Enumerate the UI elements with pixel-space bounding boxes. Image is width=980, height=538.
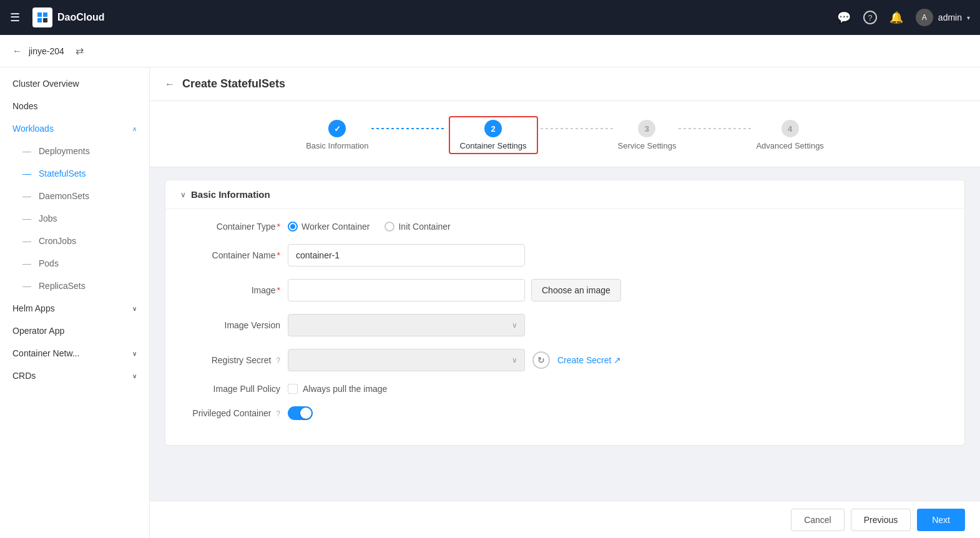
chat-icon[interactable]: 💬 bbox=[837, 11, 851, 24]
sidebar-item-replicasets[interactable]: — ReplicaSets bbox=[0, 275, 149, 297]
registry-secret-select[interactable] bbox=[288, 349, 525, 371]
create-secret-link[interactable]: Create Secret ↗ bbox=[557, 355, 621, 365]
container-name-row: Container Name* bbox=[180, 244, 949, 267]
dash-icon: — bbox=[22, 146, 31, 156]
sidebar-item-crds[interactable]: CRDs ∨ bbox=[0, 364, 149, 387]
app-name: DaoCloud bbox=[57, 12, 105, 23]
dash-icon: — bbox=[22, 169, 31, 179]
radio-init[interactable]: Init Container bbox=[385, 222, 450, 232]
privileged-container-help-icon[interactable]: ? bbox=[276, 409, 280, 418]
image-input[interactable] bbox=[288, 279, 525, 301]
step-connector-3-4 bbox=[679, 128, 753, 129]
registry-secret-help-icon[interactable]: ? bbox=[276, 356, 280, 365]
sidebar-label-replicasets: ReplicaSets bbox=[39, 281, 86, 291]
sidebar-item-pods[interactable]: — Pods bbox=[0, 252, 149, 275]
image-pull-policy-row: Image Pull Policy Always pull the image bbox=[180, 384, 949, 394]
svg-rect-0 bbox=[37, 12, 42, 17]
toggle-thumb bbox=[300, 408, 311, 419]
page-back-button[interactable]: ← bbox=[165, 79, 175, 90]
form-card-header[interactable]: ∨ Basic Information bbox=[165, 180, 964, 209]
notification-icon[interactable]: 🔔 bbox=[889, 11, 903, 24]
next-button[interactable]: Next bbox=[917, 509, 965, 531]
step-2-box[interactable]: 2 Container Settings bbox=[449, 116, 538, 154]
step-4[interactable]: 4 Advanced Settings bbox=[756, 120, 823, 150]
step-2-label: Container Settings bbox=[460, 141, 527, 150]
sidebar-item-jobs[interactable]: — Jobs bbox=[0, 207, 149, 230]
registry-secret-row: Registry Secret ? ↻ Create Secre bbox=[180, 349, 949, 371]
privileged-container-toggle[interactable] bbox=[288, 406, 313, 420]
radio-init-outer bbox=[385, 222, 394, 232]
privileged-container-label: Privileged Container ? bbox=[180, 408, 280, 418]
dash-icon: — bbox=[22, 281, 31, 291]
radio-worker-label: Worker Container bbox=[301, 222, 370, 232]
sidebar-item-container-netw[interactable]: Container Netw... ∨ bbox=[0, 342, 149, 364]
radio-worker[interactable]: Worker Container bbox=[288, 222, 370, 232]
sidebar-item-cluster-overview[interactable]: Cluster Overview bbox=[0, 72, 149, 95]
chevron-up-icon: ∧ bbox=[132, 125, 137, 132]
sidebar-item-daemonsets[interactable]: — DaemonSets bbox=[0, 185, 149, 207]
sidebar: Cluster Overview Nodes Workloads ∧ — Dep… bbox=[0, 67, 150, 538]
form-card-body: Container Type* Worker Container bbox=[165, 209, 964, 445]
image-version-row: Image Version bbox=[180, 314, 949, 336]
hamburger-menu[interactable]: ☰ bbox=[10, 11, 20, 24]
sidebar-label-workloads: Workloads bbox=[12, 124, 54, 134]
navbar-icons: 💬 ? 🔔 A admin ▾ bbox=[837, 9, 970, 26]
sidebar-item-workloads[interactable]: Workloads ∧ bbox=[0, 117, 149, 140]
cancel-button[interactable]: Cancel bbox=[791, 509, 845, 531]
page-title: Create StatefulSets bbox=[182, 77, 285, 90]
container-name-input[interactable] bbox=[288, 244, 525, 267]
user-menu[interactable]: A admin ▾ bbox=[916, 9, 970, 26]
avatar: A bbox=[916, 9, 933, 26]
sidebar-item-statefulsets[interactable]: — StatefulSets bbox=[0, 162, 149, 185]
container-name-label: Container Name* bbox=[180, 250, 280, 260]
svg-rect-1 bbox=[43, 12, 47, 17]
image-pull-policy-label: Image Pull Policy bbox=[180, 384, 280, 394]
steps: ✓ Basic Information 2 Container Settings… bbox=[306, 116, 824, 154]
choose-image-button[interactable]: Choose an image bbox=[531, 279, 621, 301]
container-type-radio-group: Worker Container Init Container bbox=[288, 222, 451, 232]
step-1[interactable]: ✓ Basic Information bbox=[306, 120, 368, 150]
privileged-container-row: Privileged Container ? bbox=[180, 406, 949, 420]
radio-worker-outer bbox=[288, 222, 298, 232]
sidebar-item-deployments[interactable]: — Deployments bbox=[0, 140, 149, 162]
sub-header: ← jinye-204 ⇄ bbox=[0, 35, 980, 67]
image-label: Image* bbox=[180, 285, 280, 295]
cluster-back-arrow[interactable]: ← bbox=[12, 46, 22, 57]
registry-secret-select-wrapper bbox=[288, 349, 525, 371]
dash-icon: — bbox=[22, 236, 31, 246]
image-version-select[interactable] bbox=[288, 314, 525, 336]
refresh-icon[interactable]: ⇄ bbox=[76, 45, 84, 57]
sidebar-item-helm-apps[interactable]: Helm Apps ∨ bbox=[0, 297, 149, 320]
svg-rect-2 bbox=[37, 18, 42, 22]
image-version-label: Image Version bbox=[180, 320, 280, 330]
sidebar-item-nodes[interactable]: Nodes bbox=[0, 95, 149, 117]
step-3-circle: 3 bbox=[638, 120, 655, 137]
logo-icon bbox=[32, 7, 52, 27]
steps-container: ✓ Basic Information 2 Container Settings… bbox=[150, 101, 980, 167]
sidebar-item-operator-app[interactable]: Operator App bbox=[0, 320, 149, 342]
sidebar-label-cronjobs: CronJobs bbox=[39, 236, 76, 246]
image-pull-policy-checkbox[interactable] bbox=[288, 384, 298, 394]
sidebar-label-cluster-overview: Cluster Overview bbox=[12, 79, 79, 89]
sidebar-label-pods: Pods bbox=[39, 258, 59, 268]
dash-icon: — bbox=[22, 258, 31, 268]
sidebar-item-cronjobs[interactable]: — CronJobs bbox=[0, 230, 149, 252]
step-3-label: Service Settings bbox=[618, 141, 677, 150]
page-header: ← Create StatefulSets bbox=[150, 67, 980, 101]
form-card: ∨ Basic Information Container Type* bbox=[165, 180, 965, 446]
refresh-secret-button[interactable]: ↻ bbox=[532, 351, 550, 369]
radio-init-label: Init Container bbox=[398, 222, 450, 232]
chevron-down-icon: ∨ bbox=[132, 350, 137, 357]
main-layout: Cluster Overview Nodes Workloads ∧ — Dep… bbox=[0, 67, 980, 538]
form-content: ∨ Basic Information Container Type* bbox=[150, 167, 980, 501]
step-4-label: Advanced Settings bbox=[756, 141, 823, 150]
step-connector-1-2 bbox=[371, 128, 446, 129]
footer: Cancel Previous Next bbox=[150, 501, 980, 538]
previous-button[interactable]: Previous bbox=[851, 509, 911, 531]
step-1-label: Basic Information bbox=[306, 141, 368, 150]
image-version-select-wrapper bbox=[288, 314, 525, 336]
step-3[interactable]: 3 Service Settings bbox=[618, 120, 677, 150]
help-icon[interactable]: ? bbox=[863, 11, 877, 24]
sidebar-label-daemonsets: DaemonSets bbox=[39, 191, 89, 201]
collapse-icon: ∨ bbox=[180, 190, 186, 199]
